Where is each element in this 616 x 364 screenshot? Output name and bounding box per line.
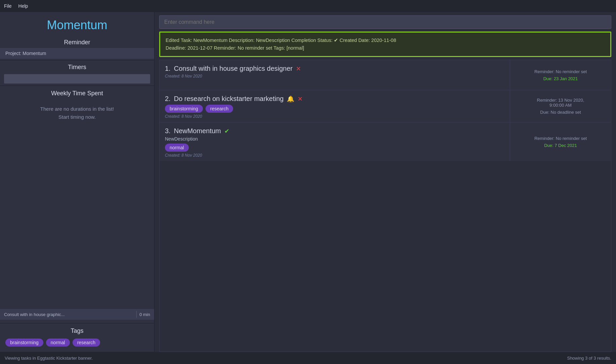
divider-2 bbox=[0, 86, 154, 86]
timers-header: Timers bbox=[0, 61, 154, 73]
timer-task-label: Consult with in house graphic... bbox=[4, 312, 134, 317]
task-tags-row-2: brainstorming research bbox=[165, 105, 504, 113]
tags-header: Tags bbox=[0, 324, 154, 337]
sidebar: Momentum Reminder Project: Momentum Time… bbox=[0, 12, 155, 352]
reminder-header: Reminder bbox=[0, 36, 154, 48]
task-title-row-3: 3. NewMomentum ✔ bbox=[165, 127, 504, 135]
divider-3 bbox=[0, 323, 154, 323]
task-title-2: Do research on kickstarter marketing bbox=[174, 95, 284, 103]
timer-separator bbox=[136, 311, 137, 318]
task-delete-icon-2[interactable]: ✕ bbox=[298, 95, 303, 103]
result-line2: Deadline: 2021-12-07 Reminder: No remind… bbox=[166, 45, 304, 51]
task-title-1: Consult with in house graphics designer bbox=[174, 65, 293, 72]
app-title: Momentum bbox=[0, 12, 154, 36]
task-due-1: Due: 23 Jan 2021 bbox=[516, 76, 606, 81]
task-main-1: 1. Consult with in house graphics design… bbox=[160, 60, 510, 90]
task-due-2: Due: No deadline set bbox=[516, 110, 606, 115]
task-number-2: 2. bbox=[165, 95, 171, 103]
task-delete-icon-1[interactable]: ✕ bbox=[296, 65, 301, 72]
command-input[interactable] bbox=[159, 15, 611, 29]
menu-bar: File Help bbox=[0, 0, 616, 12]
weekly-empty: There are no durations in the list!Start… bbox=[0, 99, 154, 127]
task-title-row-2: 2. Do research on kickstarter marketing … bbox=[165, 95, 504, 103]
project-label: Project: Momentum bbox=[0, 48, 154, 59]
task-created-2: Created: 8 Nov 2020 bbox=[165, 114, 504, 119]
task-tag-brainstorming-2[interactable]: brainstorming bbox=[165, 105, 203, 113]
task-title-3: NewMomentum bbox=[174, 127, 221, 135]
task-number-1: 1. bbox=[165, 65, 171, 72]
sidebar-tag-normal[interactable]: normal bbox=[46, 339, 70, 347]
weekly-empty-text: There are no durations in the list!Start… bbox=[40, 106, 114, 120]
task-created-1: Created: 8 Nov 2020 bbox=[165, 74, 504, 79]
command-bar-container bbox=[155, 12, 616, 32]
timer-row: Consult with in house graphic... 0 min bbox=[0, 309, 154, 320]
menu-file[interactable]: File bbox=[4, 3, 12, 9]
status-left: Viewing tasks in Eggtastic Kickstarter b… bbox=[5, 356, 93, 361]
result-banner: Edited Task: NewMomentum Description: Ne… bbox=[159, 32, 611, 57]
task-title-row-1: 1. Consult with in house graphics design… bbox=[165, 65, 504, 72]
task-side-1: Reminder: No reminder set Due: 23 Jan 20… bbox=[510, 60, 611, 90]
task-main-2: 2. Do research on kickstarter marketing … bbox=[160, 90, 510, 122]
task-created-3: Created: 8 Nov 2020 bbox=[165, 153, 504, 158]
task-tags-row-3: normal bbox=[165, 144, 504, 152]
menu-help[interactable]: Help bbox=[18, 3, 28, 9]
task-number-3: 3. bbox=[165, 127, 171, 135]
divider-1 bbox=[0, 60, 154, 60]
timer-bar bbox=[4, 74, 150, 84]
task-due-3: Due: 7 Dec 2021 bbox=[516, 143, 606, 148]
main-layout: Momentum Reminder Project: Momentum Time… bbox=[0, 12, 616, 352]
task-tag-normal-3[interactable]: normal bbox=[165, 144, 189, 152]
task-reminder-2: Reminder: 13 Nov 2020,9:00:00 AM bbox=[516, 98, 606, 108]
status-bar: Viewing tasks in Eggtastic Kickstarter b… bbox=[0, 352, 616, 364]
content-area: Edited Task: NewMomentum Description: Ne… bbox=[155, 12, 616, 352]
sidebar-tag-research[interactable]: research bbox=[73, 339, 100, 347]
sidebar-tag-brainstorming[interactable]: brainstorming bbox=[5, 339, 43, 347]
check-icon-3: ✔ bbox=[224, 127, 229, 135]
bell-icon-2: 🔔 bbox=[287, 95, 294, 103]
task-main-3: 3. NewMomentum ✔ NewDescription normal C… bbox=[160, 122, 510, 161]
task-reminder-1: Reminder: No reminder set bbox=[516, 69, 606, 74]
timer-task-value: 0 min bbox=[139, 312, 150, 317]
table-row: 3. NewMomentum ✔ NewDescription normal C… bbox=[160, 122, 611, 161]
task-reminder-3: Reminder: No reminder set bbox=[516, 136, 606, 141]
task-tag-research-2[interactable]: research bbox=[206, 105, 233, 113]
task-description-3: NewDescription bbox=[165, 136, 504, 142]
result-line1: Edited Task: NewMomentum Description: Ne… bbox=[166, 38, 396, 43]
task-side-3: Reminder: No reminder set Due: 7 Dec 202… bbox=[510, 122, 611, 161]
weekly-header: Weekly Time Spent bbox=[0, 87, 154, 99]
status-right: Showing 3 of 3 results. bbox=[567, 356, 611, 361]
task-side-2: Reminder: 13 Nov 2020,9:00:00 AM Due: No… bbox=[510, 90, 611, 122]
table-row: 1. Consult with in house graphics design… bbox=[160, 60, 611, 90]
tags-list: brainstorming normal research bbox=[0, 337, 154, 352]
tasks-list: 1. Consult with in house graphics design… bbox=[159, 60, 611, 352]
table-row: 2. Do research on kickstarter marketing … bbox=[160, 90, 611, 122]
